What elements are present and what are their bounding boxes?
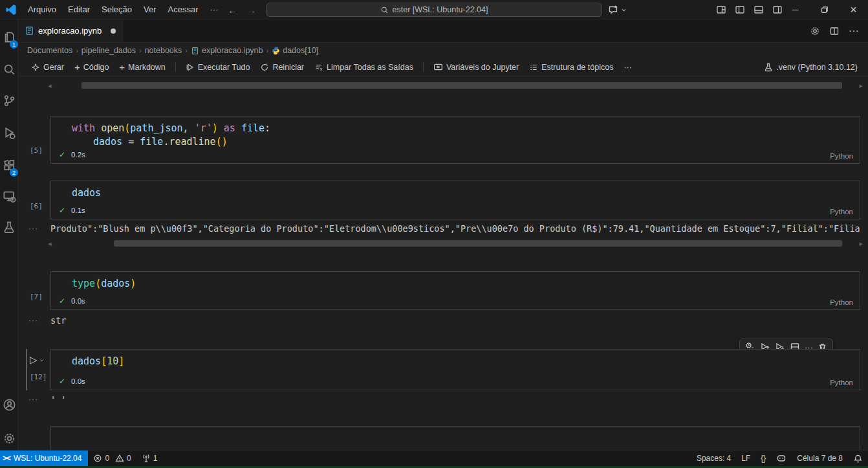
nav-forward-icon[interactable]: → bbox=[246, 5, 256, 16]
cell-position-indicator[interactable]: Célula 7 de 8 bbox=[792, 451, 848, 467]
cell-language-label[interactable]: Python bbox=[830, 152, 853, 160]
cell-gutter: [5] bbox=[28, 116, 50, 164]
activitybar-remote-explorer[interactable] bbox=[0, 186, 18, 206]
menu-ver[interactable]: Ver bbox=[138, 2, 162, 17]
breadcrumb-pipeline-dados[interactable]: pipeline_dados bbox=[81, 46, 136, 55]
window-close-button[interactable]: × bbox=[839, 0, 868, 19]
output-collapse-icon[interactable]: ··· bbox=[28, 395, 50, 404]
tab-exploracao-ipynb[interactable]: exploracao.ipynb bbox=[18, 19, 123, 42]
indentation-indicator[interactable]: Spaces: 4 bbox=[691, 451, 736, 467]
code-cell-next[interactable] bbox=[28, 426, 860, 450]
cell-language-label[interactable]: Python bbox=[830, 379, 853, 386]
jupyter-variables-button[interactable]: Variáveis do Jupyter bbox=[429, 60, 523, 74]
menu-more-icon[interactable]: ··· bbox=[204, 2, 224, 17]
run-all-label: Executar Tudo bbox=[198, 63, 250, 72]
notifications-button[interactable] bbox=[848, 451, 868, 467]
add-markdown-cell-button[interactable]: + Markdown bbox=[115, 60, 169, 74]
language-mode-indicator[interactable]: {} bbox=[755, 451, 771, 467]
settings-gear-icon[interactable] bbox=[810, 26, 820, 36]
activitybar-settings[interactable] bbox=[0, 429, 18, 448]
copilot-status-button[interactable] bbox=[771, 451, 792, 467]
output-collapse-icon[interactable]: ··· bbox=[28, 224, 50, 233]
run-all-button[interactable]: Executar Tudo bbox=[182, 61, 254, 74]
breadcrumb-separator: › bbox=[266, 47, 269, 54]
scroll-left-icon[interactable]: ◂ bbox=[48, 240, 52, 248]
activitybar-search[interactable] bbox=[0, 60, 18, 79]
warning-icon bbox=[115, 454, 124, 463]
code-line[interactable]: dados[10] bbox=[51, 350, 860, 368]
output-collapse-icon[interactable]: ··· bbox=[28, 316, 50, 325]
code-line[interactable]: with open(path_json, 'r') as file: dados… bbox=[51, 117, 860, 149]
code-cell-6[interactable]: [6] dados ✓ 0.1s Python bbox=[28, 181, 860, 219]
eol-indicator[interactable]: LF bbox=[736, 451, 755, 467]
more-actions-icon[interactable]: ··· bbox=[849, 25, 859, 37]
toggle-panel-icon[interactable] bbox=[754, 5, 764, 15]
breadcrumb-symbol[interactable]: dados[10] bbox=[272, 46, 318, 55]
scrollbar-thumb[interactable] bbox=[114, 240, 843, 247]
menu-selecao[interactable]: Seleção bbox=[96, 2, 138, 17]
cell-language-label[interactable]: Python bbox=[830, 208, 853, 216]
breadcrumb-notebooks[interactable]: notebooks bbox=[145, 46, 182, 55]
split-editor-icon[interactable] bbox=[829, 26, 840, 36]
kernel-picker[interactable]: .venv (Python 3.10.12) bbox=[764, 63, 868, 72]
code-token: with bbox=[72, 122, 95, 134]
remote-indicator[interactable]: >< WSL: Ubuntu-22.04 bbox=[0, 451, 88, 467]
outline-button[interactable]: Estrutura de tópicos bbox=[525, 61, 617, 74]
cell-editor[interactable] bbox=[50, 426, 860, 450]
activitybar-source-control[interactable] bbox=[0, 91, 18, 110]
menu-editar[interactable]: Editar bbox=[62, 2, 96, 17]
toggle-primary-sidebar-icon[interactable] bbox=[735, 5, 745, 15]
activitybar-run-debug[interactable] bbox=[0, 123, 18, 142]
scrollbar-track[interactable] bbox=[56, 82, 856, 89]
run-icon: ▷ bbox=[30, 354, 38, 366]
copilot-chat-button[interactable] bbox=[608, 2, 627, 17]
add-code-cell-button[interactable]: + Código bbox=[71, 60, 113, 74]
activitybar-accounts[interactable] bbox=[0, 395, 18, 414]
remote-explorer-icon bbox=[3, 190, 16, 203]
run-cell-button[interactable]: ▷ bbox=[30, 354, 45, 366]
code-token: file bbox=[140, 136, 163, 148]
code-cell-5[interactable]: [5] with open(path_json, 'r') as file: d… bbox=[28, 116, 860, 164]
cell-exec-time: 0.0s bbox=[71, 377, 85, 385]
scroll-left-icon[interactable]: ◂ bbox=[48, 82, 52, 90]
activitybar-extensions[interactable]: 2 bbox=[0, 155, 18, 175]
activitybar-testing[interactable] bbox=[0, 217, 18, 237]
cell-success-check-icon: ✓ bbox=[59, 150, 65, 159]
clear-all-outputs-button[interactable]: Limpar Todas as Saídas bbox=[310, 61, 417, 74]
menu-arquivo[interactable]: Arquivo bbox=[22, 2, 62, 17]
cell-editor[interactable]: dados ✓ 0.1s Python bbox=[50, 181, 860, 219]
vscode-logo-icon bbox=[5, 4, 17, 16]
menu-acessar[interactable]: Acessar bbox=[162, 2, 204, 17]
customize-layout-icon[interactable] bbox=[716, 5, 726, 15]
execution-count: [7] bbox=[30, 293, 43, 301]
ports-indicator[interactable]: 1 bbox=[136, 451, 163, 467]
code-cell-12[interactable]: ▷ [12] dados[10] ✓ 0.0s Python bbox=[28, 349, 860, 390]
scroll-right-icon[interactable]: ▸ bbox=[859, 240, 863, 248]
activitybar-explorer[interactable]: 1 bbox=[0, 27, 18, 47]
cell-editor[interactable]: type(dados) ✓ 0.0s Python bbox=[50, 271, 860, 310]
code-line[interactable]: type(dados) bbox=[51, 272, 860, 291]
cell-language-label[interactable]: Python bbox=[830, 298, 853, 306]
modified-dot-icon[interactable] bbox=[111, 28, 116, 34]
restore-icon bbox=[820, 5, 829, 14]
window-minimize-button[interactable]: ─ bbox=[781, 0, 810, 19]
generate-button[interactable]: Gerar bbox=[27, 61, 68, 74]
output-horizontal-scrollbar[interactable]: ◂ ▸ bbox=[48, 239, 863, 248]
breadcrumb-file[interactable]: exploracao.ipynb bbox=[191, 46, 263, 55]
scrollbar-thumb[interactable] bbox=[81, 82, 843, 89]
code-token: path_json bbox=[130, 122, 182, 134]
code-cell-7[interactable]: [7] type(dados) ✓ 0.0s Python bbox=[28, 271, 860, 310]
problems-indicator[interactable]: 0 0 bbox=[88, 451, 136, 467]
cell-editor[interactable]: with open(path_json, 'r') as file: dados… bbox=[50, 116, 860, 164]
command-center-search[interactable]: ester [WSL: Ubuntu-22.04] bbox=[266, 3, 602, 17]
cell-editor[interactable]: dados[10] ✓ 0.0s Python bbox=[50, 349, 860, 390]
breadcrumb-documentos[interactable]: Documentos bbox=[27, 46, 72, 55]
nav-back-icon[interactable]: ← bbox=[228, 5, 237, 16]
toolbar-more-button[interactable]: ··· bbox=[620, 61, 636, 74]
restart-kernel-button[interactable]: Reiniciar bbox=[256, 61, 308, 74]
scrollbar-track[interactable] bbox=[56, 240, 856, 247]
horizontal-scrollbar[interactable]: ◂ ▸ bbox=[48, 81, 863, 90]
code-line[interactable]: dados bbox=[51, 181, 860, 200]
window-restore-button[interactable] bbox=[810, 0, 839, 19]
scroll-right-icon[interactable]: ▸ bbox=[859, 82, 863, 90]
